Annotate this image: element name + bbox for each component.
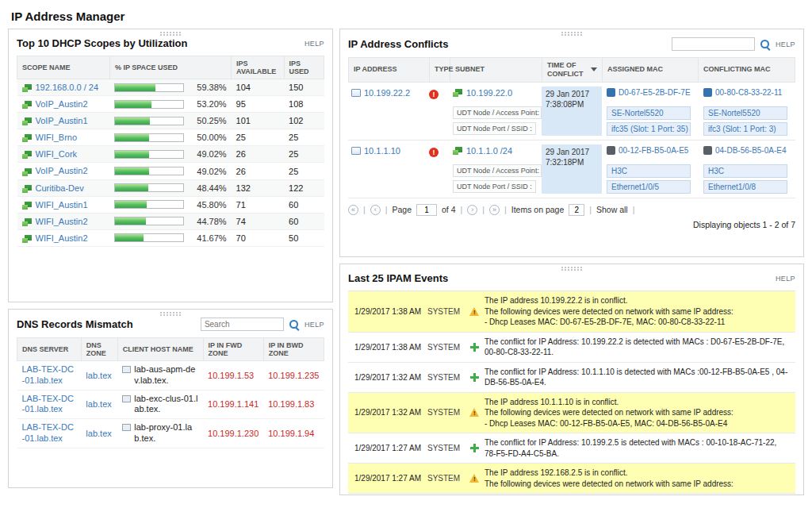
device-icon: [607, 88, 615, 97]
scope-name-cell: VoIP_Austin2: [17, 96, 110, 113]
ip-fwd-cell: 10.199.1.230: [203, 419, 263, 448]
conflict-row: 10.1.1.10 10.1.1.0 /24 29 Jan 2017 7:32:…: [348, 140, 795, 198]
conflicting-mac-value: 04-DB-56-B5-0A-E4: [715, 146, 786, 155]
scope-name-link[interactable]: VoIP_Austin2: [36, 99, 88, 109]
assigned-udt-node: SE-Nortel5520: [607, 106, 691, 120]
dns-search-input[interactable]: [201, 318, 284, 331]
ips-used-value: 50: [284, 229, 324, 246]
scope-name-link[interactable]: 192.168.0.0 / 24: [36, 83, 99, 92]
drag-handle-icon[interactable]: [160, 32, 181, 36]
column-header-ip-fwd: IP IN FWD ZONE: [203, 338, 263, 361]
event-timestamp: 1/29/2017 1:32 AM: [354, 373, 427, 382]
scope-name-link[interactable]: WIFI_Austin2: [36, 217, 88, 226]
help-link[interactable]: HELP: [776, 275, 795, 283]
prev-page-button[interactable]: ‹: [370, 205, 381, 215]
utilization-bar: [114, 183, 184, 192]
ip-fwd-cell: 10.199.1.141: [203, 390, 263, 419]
first-page-button[interactable]: «: [348, 205, 358, 215]
next-page-button[interactable]: ›: [467, 205, 477, 215]
utilization-percent: 44.78%: [197, 217, 226, 226]
dns-zone-link[interactable]: lab.tex: [86, 399, 111, 409]
udt-node-label: UDT Node / Access Point:: [453, 106, 542, 119]
separator: |: [482, 205, 485, 214]
sort-desc-icon: [591, 67, 597, 71]
dhcp-scope-row: VoIP_Austin2 49.02% 26 25: [17, 163, 324, 179]
last-page-button[interactable]: »: [489, 205, 500, 215]
conflict-time: 7:32:18PM: [546, 157, 598, 168]
udt-port-label: UDT Node Port / SSID :: [453, 180, 536, 193]
utilization-percent: 49.02%: [197, 149, 226, 159]
conflicts-search-input[interactable]: [672, 37, 755, 51]
events-list: 1/29/2017 1:38 AM SYSTEM The IP address …: [348, 291, 795, 494]
column-header-ips-used: IPS USED: [284, 56, 324, 79]
dns-mismatch-row: LAB-TEX-DC-01.lab.tex lab.tex lab-exc-cl…: [17, 390, 324, 419]
column-header-time-of-conflict[interactable]: TIME OF CONFLICT: [542, 58, 603, 82]
dashboard-columns: Top 10 DHCP Scopes by Utilization HELP S…: [0, 29, 812, 495]
conflict-ip-link[interactable]: 10.199.22.2: [364, 88, 410, 98]
ip-fwd-value: 10.199.1.230: [208, 429, 259, 438]
conflicting-udt-node: H3C: [703, 164, 787, 178]
column-header-ip-bwd: IP IN BWD ZONE: [263, 338, 324, 361]
assigned-udt-port: Ethernet1/0/5: [607, 180, 691, 194]
event-row: 1/29/2017 1:38 AM SYSTEM The conflict fo…: [348, 333, 795, 363]
conflicting-mac-cell: 04-DB-56-B5-0A-E4: [699, 144, 795, 156]
dns-server-cell: LAB-TEX-DC-01.lab.tex: [17, 361, 82, 391]
drag-handle-icon[interactable]: [561, 32, 582, 36]
conflict-subnet-cell: 10.1.1.0 /24: [450, 144, 542, 157]
client-host-name: lab-exc-clus-01.lab.tex.: [134, 394, 198, 416]
dns-server-link[interactable]: LAB-TEX-DC-01.lab.tex: [22, 364, 74, 385]
scope-name-link[interactable]: Curitiba-Dev: [36, 183, 84, 193]
search-icon[interactable]: [289, 319, 300, 330]
conflicts-body: 10.199.22.2 10.199.22.0 29 Jan 2017 7:38…: [348, 83, 795, 198]
event-timestamp: 1/29/2017 1:27 AM: [354, 444, 427, 452]
assigned-mac-cell: 00-12-FB-B5-0A-E5: [602, 144, 699, 156]
scope-name-link[interactable]: VoIP_Austin2: [36, 166, 88, 175]
utilization-bar: [114, 117, 184, 125]
udt-port-label: UDT Node Port / SSID :: [453, 122, 536, 135]
assigned-mac-value: D0-67-E5-2B-DF-7E: [619, 88, 691, 97]
dns-zone-link[interactable]: lab.tex: [86, 371, 111, 380]
dns-server-link[interactable]: LAB-TEX-DC-01.lab.tex: [22, 394, 74, 414]
show-all-link[interactable]: Show all: [596, 205, 628, 214]
conflict-ip-link[interactable]: 10.1.1.10: [364, 146, 400, 156]
assigned-mac-value: 00-12-FB-B5-0A-E5: [619, 146, 688, 155]
conflict-type-cell: [429, 144, 450, 162]
ips-available-value: 104: [232, 79, 285, 96]
scope-icon: [22, 185, 32, 193]
ips-used-value: 60: [284, 213, 324, 229]
separator: |: [504, 205, 507, 214]
scope-name-cell: WIFI_Austin1: [17, 196, 110, 213]
client-host-cell: lab-proxy-01.lab.tex.: [117, 419, 203, 448]
scope-name-link[interactable]: WIFI_Austin1: [36, 200, 88, 210]
client-host-cell: lab-aus-apm-dev.lab.tex.: [117, 361, 203, 391]
ips-available-value: 26: [232, 163, 285, 179]
scope-name-link[interactable]: WIFI_Austin2: [36, 233, 88, 243]
conflict-ip-cell: 10.1.1.10: [348, 144, 429, 157]
dns-server-link[interactable]: LAB-TEX-DC-01.lab.tex: [22, 422, 74, 443]
search-icon[interactable]: [760, 39, 771, 50]
subnet-link[interactable]: 10.199.22.0: [466, 88, 512, 98]
drag-handle-icon[interactable]: [160, 312, 181, 316]
ip-bwd-value: 10.199.1.83: [268, 399, 314, 409]
event-source: SYSTEM: [427, 408, 469, 417]
subnet-link[interactable]: 10.1.1.0 /24: [466, 146, 512, 156]
scope-name-link[interactable]: WIFI_Cork: [36, 149, 78, 159]
scope-name-link[interactable]: VoIP_Austin1: [36, 116, 88, 125]
column-header-ip-space-used: % IP SPACE USED: [109, 56, 231, 79]
event-message: The conflict for IP Address: 10.1.1.10 i…: [485, 367, 789, 388]
ips-available-value: 25: [232, 129, 285, 146]
help-link[interactable]: HELP: [304, 321, 324, 329]
conflicts-header-row: IP ADDRESS TYPE SUBNET TIME OF CONFLICT …: [348, 57, 795, 83]
help-link[interactable]: HELP: [304, 40, 324, 48]
dns-zone-link[interactable]: lab.tex: [86, 429, 111, 438]
panel-ipam-events: Last 25 IPAM Events HELP 1/29/2017 1:38 …: [339, 264, 804, 495]
client-host-cell: lab-exc-clus-01.lab.tex.: [117, 390, 203, 419]
items-per-page-input[interactable]: [569, 204, 584, 216]
ip-icon: [351, 89, 361, 97]
scope-name-link[interactable]: WIFI_Brno: [36, 133, 78, 142]
drag-handle-icon[interactable]: [561, 267, 582, 271]
page-number-input[interactable]: [416, 204, 437, 216]
right-column: IP Address Conflicts HELP IP ADDRESS TYP…: [339, 29, 804, 495]
help-link[interactable]: HELP: [776, 40, 795, 48]
utilization-percent: 50.00%: [197, 133, 226, 142]
